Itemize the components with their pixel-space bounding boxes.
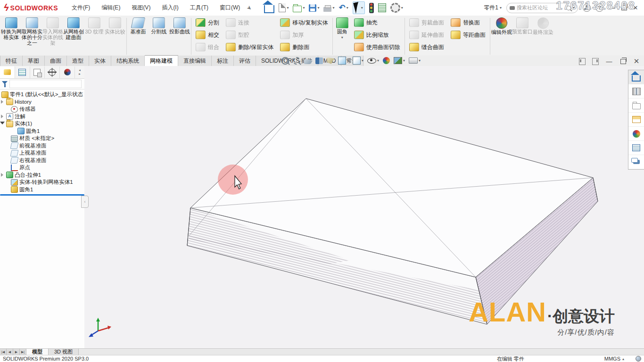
- tab-featuremanager-tree[interactable]: [0, 66, 15, 78]
- tab-3d-views[interactable]: 3D 视图: [49, 349, 79, 355]
- tab-surfaces[interactable]: 曲面: [45, 56, 67, 66]
- tree-item-top-plane[interactable]: 上视基准面: [0, 149, 84, 157]
- panel-splitter-handle[interactable]: ‹: [81, 196, 89, 208]
- tree-filter-input[interactable]: [9, 80, 82, 88]
- edit-appearance-hud-button[interactable]: [383, 57, 390, 64]
- graphics-area[interactable]: ALAN ·创意设计 分/享/优/质/内/容: [84, 66, 644, 349]
- menu-edit[interactable]: 编辑(E): [101, 3, 121, 13]
- open-button[interactable]: ▾: [293, 4, 305, 12]
- file-properties-button[interactable]: [378, 3, 386, 12]
- dropdown-caret-icon[interactable]: ▾: [361, 6, 363, 10]
- section-view-button[interactable]: [315, 58, 323, 64]
- 3d-drawing-view-button[interactable]: [327, 58, 334, 64]
- tab-model[interactable]: 模型: [26, 349, 49, 355]
- taskpane-appearances-button[interactable]: [628, 127, 644, 141]
- tab-mesh-modeling[interactable]: 网格建模: [145, 55, 178, 66]
- print-button[interactable]: ▾: [323, 4, 334, 12]
- dropdown-caret-icon[interactable]: ▾: [362, 58, 363, 63]
- view-settings-button[interactable]: ▾: [409, 58, 421, 64]
- menu-insert[interactable]: 插入(I): [161, 3, 179, 13]
- surface-from-mesh-button[interactable]: 从网格创建曲面: [63, 16, 84, 41]
- fillet-button[interactable]: 圆角▾: [334, 16, 351, 41]
- rollback-bar[interactable]: [0, 194, 84, 196]
- move-copy-body-button[interactable]: 移动/复制实体: [277, 16, 331, 29]
- tree-item-fillet1-body[interactable]: 圆角1: [0, 128, 84, 135]
- dropdown-caret-icon[interactable]: ▾: [347, 58, 349, 63]
- dropdown-caret-icon[interactable]: ▾: [419, 58, 421, 63]
- previous-view-button[interactable]: [304, 58, 312, 64]
- pin-menu-icon[interactable]: ➤: [246, 4, 254, 12]
- menu-view[interactable]: 视图(V): [131, 3, 151, 13]
- doc-minimize-button[interactable]: —: [605, 58, 613, 65]
- display-style-button[interactable]: ▾: [353, 57, 363, 65]
- taskpane-file-explorer-button[interactable]: [628, 99, 644, 113]
- expand-arrow-icon[interactable]: [0, 172, 5, 178]
- tab-annotations[interactable]: 标注: [212, 56, 234, 66]
- tree-item-part-root[interactable]: 零件1 (默认<<默认>_显示状态 1>): [0, 91, 84, 99]
- panel-tab-scroll-arrows[interactable]: ◂▸: [75, 68, 84, 76]
- doc-restore-button[interactable]: [620, 59, 626, 64]
- tab-structure-system[interactable]: 结构系统: [111, 56, 145, 66]
- taskpane-home-button[interactable]: [628, 70, 644, 84]
- rebuild-button[interactable]: [369, 3, 374, 13]
- knit-surface-button[interactable]: 缝合曲面: [406, 41, 447, 53]
- project-curve-button[interactable]: 投影曲线: [169, 16, 190, 35]
- zoom-to-fit-button[interactable]: [281, 57, 289, 65]
- taskpane-custom-properties-button[interactable]: [628, 141, 644, 155]
- tab-sketch[interactable]: 草图: [23, 56, 45, 66]
- pane-left-toggle-icon[interactable]: [579, 58, 586, 65]
- reference-plane-button[interactable]: 基准面: [128, 16, 149, 35]
- dropdown-caret-icon[interactable]: ▾: [401, 6, 403, 10]
- split-button[interactable]: 分割: [192, 16, 223, 29]
- home-button[interactable]: [264, 2, 274, 13]
- pane-right-toggle-icon[interactable]: [592, 58, 599, 65]
- tab-scroll-buttons[interactable]: |◀◀▶▶|: [0, 349, 26, 355]
- convert-to-mesh-body-button[interactable]: 转换为网格实体: [1, 16, 22, 41]
- tab-evaluate[interactable]: 评估: [234, 56, 256, 66]
- new-document-button[interactable]: ▾: [279, 3, 289, 12]
- collapse-arrow-icon[interactable]: [0, 120, 5, 128]
- shell-button[interactable]: 抽壳: [351, 16, 404, 29]
- undo-button[interactable]: ↶▾: [339, 4, 348, 12]
- tab-propertymanager[interactable]: [15, 66, 30, 78]
- dropdown-caret-icon[interactable]: ▾: [341, 35, 343, 41]
- expand-arrow-icon[interactable]: [0, 99, 5, 105]
- options-button[interactable]: ▾: [390, 3, 403, 13]
- dropdown-caret-icon[interactable]: ▾: [287, 6, 289, 10]
- tab-features[interactable]: 特征: [0, 56, 23, 66]
- tree-item-convert-to-mesh1[interactable]: 实体-转换到网格实体1: [0, 179, 84, 186]
- units-selector[interactable]: MMGS▴: [604, 356, 624, 362]
- dropdown-caret-icon[interactable]: ▾: [332, 6, 334, 10]
- cut-with-surface-button[interactable]: 使用曲面切除: [351, 41, 404, 53]
- tab-styling[interactable]: 造型: [67, 56, 89, 66]
- tree-item-solid-bodies[interactable]: 实体(1): [0, 120, 84, 128]
- split-line-button[interactable]: 分割线: [149, 16, 169, 35]
- select-tool-button[interactable]: ▾: [353, 1, 365, 14]
- dropdown-caret-icon[interactable]: ▾: [377, 58, 379, 63]
- menu-window[interactable]: 窗口(W): [219, 3, 240, 13]
- expand-arrow-icon[interactable]: [0, 114, 5, 119]
- edit-appearance-button[interactable]: 编辑外观: [491, 16, 512, 36]
- dropdown-caret-icon[interactable]: ▾: [347, 6, 348, 10]
- menu-file[interactable]: 文件(F): [71, 3, 91, 13]
- dropdown-caret-icon[interactable]: ▾: [303, 6, 305, 10]
- delete-keep-body-button[interactable]: 删除/保留实体: [223, 41, 277, 53]
- doc-close-button[interactable]: ✕: [633, 57, 640, 66]
- tab-displaymanager[interactable]: [60, 66, 75, 78]
- tree-item-history[interactable]: History: [0, 99, 84, 106]
- scale-button[interactable]: 比例缩放: [351, 29, 404, 41]
- taskpane-forum-button[interactable]: [628, 155, 644, 169]
- taskpane-design-library-button[interactable]: [628, 84, 644, 99]
- replace-face-button[interactable]: 替换面: [447, 16, 489, 29]
- tree-item-annotations[interactable]: A注解: [0, 113, 84, 121]
- filter-funnel-icon[interactable]: [2, 81, 8, 87]
- tab-dimxpertmanager[interactable]: [45, 66, 60, 78]
- tab-configurationmanager[interactable]: [30, 66, 45, 78]
- delete-face-button[interactable]: 删除面: [277, 41, 331, 53]
- document-switcher[interactable]: 零件1▾: [484, 4, 502, 12]
- dropdown-caret-icon[interactable]: ▾: [317, 6, 319, 10]
- apply-scene-button[interactable]: ▾: [394, 57, 405, 64]
- offset-surface-button[interactable]: 等距曲面: [447, 29, 489, 41]
- view-orientation-button[interactable]: ▾: [338, 57, 349, 65]
- decimate-mesh-body-button[interactable]: 取网格实体的十分之一: [22, 16, 42, 47]
